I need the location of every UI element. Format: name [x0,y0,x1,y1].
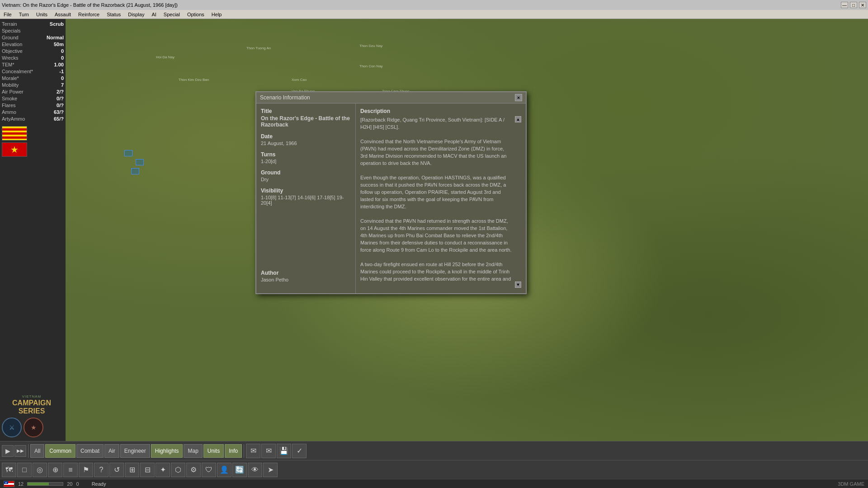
ground-field-label: Ground [261,169,351,176]
flares-row: Flares 0/? [2,102,64,109]
scenario-modal: Scenario Information × Title On the Razo… [255,91,527,294]
menu-options[interactable]: Options [185,11,206,18]
scroll-up-button[interactable]: ▲ [515,116,521,122]
morale-label: Morale* [2,75,19,82]
minimize-button[interactable]: — [841,2,848,8]
concealment-label: Concealment* [2,68,33,75]
maximize-button[interactable]: □ [850,2,857,8]
menu-help[interactable]: Help [210,11,224,18]
status-bar-left: ★ 12 20 0 Ready [4,481,106,487]
air-power-value: 2/? [57,89,64,95]
icon-window[interactable]: □ [17,463,32,477]
title-bar: Vietnam: On the Razor's Edge - Battle of… [0,0,868,10]
confirm-button[interactable]: ✓ [292,444,307,458]
play-button[interactable]: ▶ [2,445,14,457]
menu-file[interactable]: File [2,11,14,18]
objective-row: Objective 0 [2,48,64,55]
modal-close-button[interactable]: × [515,94,522,101]
smoke-value: 0/? [57,95,64,102]
info-button[interactable]: Info [225,444,242,458]
mobility-row: Mobility 7 [2,82,64,89]
artyammo-value: 65/? [54,116,64,122]
map-label: Xom Cao [292,78,307,82]
scenario-date-section: Date 21 August, 1966 [261,133,351,146]
icon-gear[interactable]: ⚙ [186,463,201,477]
all-button[interactable]: All [30,444,44,458]
icon-target[interactable]: ◎ [33,463,47,477]
ground-field-value: Dry [261,177,351,182]
smoke-row: Smoke 0/? [2,95,64,102]
ammo-label: Ammo [2,109,16,116]
menu-display[interactable]: Display [126,11,146,18]
ground-label: Ground [2,34,19,41]
map-area[interactable]: Hoi Da Nay Thon Tuong An Thon Dzu Nay Th… [66,19,868,441]
combat-button[interactable]: Combat [76,444,104,458]
air-button[interactable]: Air [104,444,119,458]
icon-grid-remove[interactable]: ⊟ [140,463,155,477]
turn-count: 20 [67,481,72,487]
icon-shield[interactable]: 🛡 [202,463,216,477]
turn-number: 12 [18,481,24,487]
menu-status[interactable]: Status [105,11,123,18]
description-header: Description [360,108,521,114]
air-power-row: Air Power 2/? [2,89,64,95]
icon-list[interactable]: ≡ [63,463,78,477]
map-unit[interactable] [136,159,144,165]
fast-forward-button[interactable]: ▶▶ [14,445,26,457]
icon-question[interactable]: ? [94,463,108,477]
engineer-button[interactable]: Engineer [120,444,150,458]
ammo-value: 63/? [54,109,64,116]
menu-bar: File Turn Units Assault Reinforce Status… [0,10,868,19]
morale-row: Morale* 0 [2,75,64,82]
status-bar: ★ 12 20 0 Ready 3DM GAME [0,479,868,488]
close-button[interactable]: ✕ [859,2,866,8]
icon-hex[interactable]: ⬡ [171,463,185,477]
modal-left-column: Title On the Razor's Edge - Battle of th… [256,103,356,293]
turn-progress-bar [27,482,63,486]
icon-map[interactable]: 🗺 [2,463,16,477]
icon-grid-add[interactable]: ⊞ [125,463,139,477]
flags-area: ★ [2,126,64,157]
menu-assault[interactable]: Assault [53,11,73,18]
turns-field-label: Turns [261,151,351,158]
main-layout: Terrain Scrub Specials Ground Normal Ele… [0,19,868,441]
specials-row: Specials [2,28,64,34]
studio-logo-1: ⚔ [2,418,22,437]
message-button-2[interactable]: ✉ [261,444,276,458]
vietnam-flag: ★ [2,142,27,157]
window-title: Vietnam: On the Razor's Edge - Battle of… [2,2,178,8]
menu-reinforce[interactable]: Reinforce [76,11,101,18]
window-controls[interactable]: — □ ✕ [841,2,866,8]
save-button[interactable]: 💾 [277,444,291,458]
icon-eye[interactable]: 👁 [248,463,262,477]
map-button[interactable]: Map [184,444,202,458]
ammo-row: Ammo 63/? [2,109,64,116]
scenario-ground-section: Ground Dry [261,169,351,182]
icon-arrow[interactable]: ➤ [263,463,278,477]
icon-plus[interactable]: ⊕ [48,463,62,477]
star-icon: ★ [10,144,19,155]
menu-special[interactable]: Special [162,11,182,18]
units-button[interactable]: Units [203,444,224,458]
map-unit[interactable] [124,150,132,156]
menu-ai[interactable]: AI [150,11,158,18]
icon-refresh[interactable]: ↺ [109,463,124,477]
highlights-button[interactable]: Highlights [151,444,183,458]
icon-star[interactable]: ✦ [156,463,170,477]
author-field-label: Author [261,270,288,276]
mobility-label: Mobility [2,82,19,89]
description-text-area[interactable]: [Razorback Ridge, Quang Tri Province, So… [360,116,521,283]
common-button[interactable]: Common [45,444,75,458]
icon-flag[interactable]: ⚑ [79,463,93,477]
scroll-down-button[interactable]: ▼ [515,282,521,288]
menu-turn[interactable]: Turn [17,11,31,18]
menu-units[interactable]: Units [34,11,49,18]
map-unit[interactable] [131,168,139,174]
studio-logo-2: ★ [24,418,43,437]
tem-value: 1.00 [54,61,64,68]
tem-label: TEM* [2,61,14,68]
icon-reload[interactable]: 🔄 [232,463,247,477]
message-button-1[interactable]: ✉ [246,444,260,458]
author-field-value: Jason Petho [261,277,288,282]
icon-person[interactable]: 👤 [217,463,231,477]
